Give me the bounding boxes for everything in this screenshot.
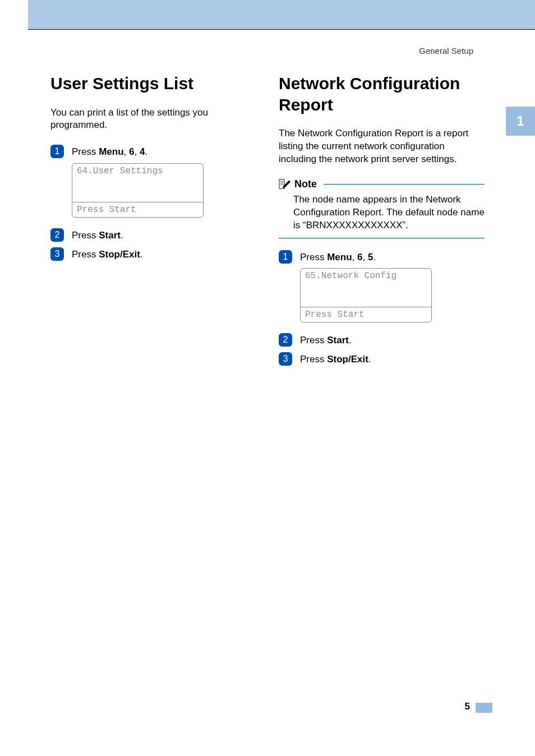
header-section-label: General Setup xyxy=(419,46,473,56)
right-step-3: 3 Press Stop/Exit. xyxy=(279,352,485,366)
right-lcd-display: 65.Network Config Press Start xyxy=(300,268,485,322)
note-title: Note xyxy=(294,178,317,190)
left-lcd-display: 64.User Settings Press Start xyxy=(72,163,256,218)
left-intro: You can print a list of the settings you… xyxy=(50,107,256,132)
content-columns: User Settings List You can print a list … xyxy=(50,73,485,371)
note-body: The node name appears in the Network Con… xyxy=(279,193,485,238)
top-bar xyxy=(28,0,535,29)
lcd-line-1: 65.Network Config xyxy=(301,269,431,307)
lcd-screen: 65.Network Config Press Start xyxy=(300,268,432,322)
left-step-2: 2 Press Start. xyxy=(50,228,256,242)
note-block: Note The node name appears in the Networ… xyxy=(279,178,485,238)
lcd-screen: 64.User Settings Press Start xyxy=(72,163,204,218)
note-pencil-icon xyxy=(279,178,291,190)
right-step-2: 2 Press Start. xyxy=(279,333,485,347)
step-text: Press Menu, 6, 5. xyxy=(300,250,376,264)
right-intro: The Network Configuration Report is a re… xyxy=(279,127,485,166)
right-heading: Network Configuration Report xyxy=(279,73,485,115)
step-number-icon: 3 xyxy=(50,247,64,261)
left-step-1: 1 Press Menu, 6, 4. xyxy=(50,144,256,159)
step-number-icon: 3 xyxy=(279,352,292,366)
page-number: 5 xyxy=(465,701,470,712)
step-number-icon: 1 xyxy=(279,250,292,264)
step-text: Press Menu, 6, 4. xyxy=(72,144,147,159)
right-step-1: 1 Press Menu, 6, 5. xyxy=(279,250,485,264)
chapter-tab: 1 xyxy=(506,107,535,136)
lcd-line-2: Press Start xyxy=(72,202,203,217)
left-step-3: 3 Press Stop/Exit. xyxy=(50,247,256,261)
note-header: Note xyxy=(279,178,485,190)
step-number-icon: 2 xyxy=(279,333,292,347)
step-text: Press Stop/Exit. xyxy=(300,352,371,366)
step-text: Press Start. xyxy=(72,228,123,242)
header-rule xyxy=(28,29,535,30)
lcd-line-1: 64.User Settings xyxy=(72,164,203,202)
right-column: Network Configuration Report The Network… xyxy=(279,73,485,371)
note-rule-top xyxy=(324,184,485,185)
step-text: Press Stop/Exit. xyxy=(72,247,143,261)
step-text: Press Start. xyxy=(300,333,352,347)
left-heading: User Settings List xyxy=(50,73,256,94)
lcd-line-2: Press Start xyxy=(301,307,431,322)
page-number-accent xyxy=(476,703,492,713)
step-number-icon: 2 xyxy=(50,228,64,242)
step-number-icon: 1 xyxy=(50,145,64,158)
left-column: User Settings List You can print a list … xyxy=(50,73,256,371)
